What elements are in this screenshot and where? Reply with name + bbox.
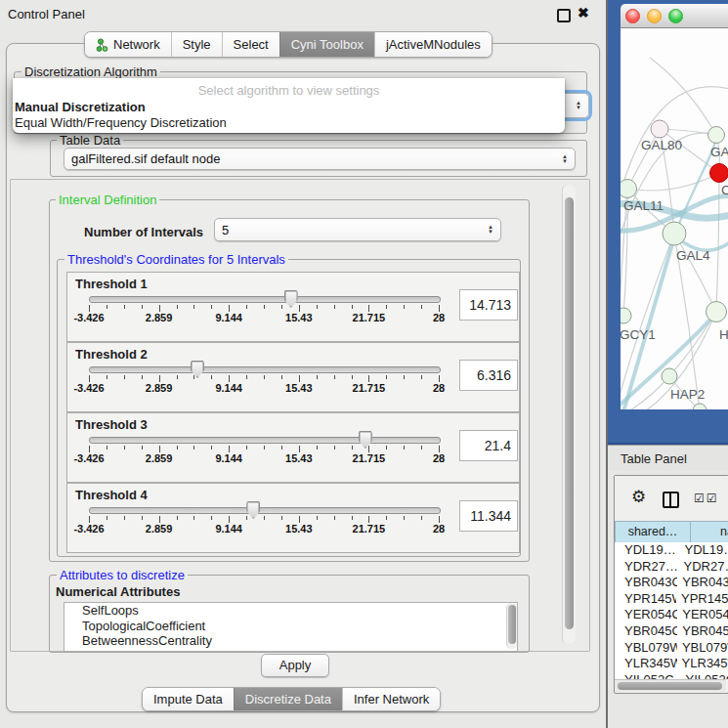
column-header-name[interactable]: name	[690, 521, 728, 543]
network-node[interactable]	[707, 302, 727, 322]
number-of-intervals-label: Number of Intervals	[84, 225, 203, 239]
network-node-label: H	[719, 327, 728, 342]
table-row[interactable]: YLR345WYLR345W	[615, 656, 728, 672]
float-window-icon[interactable]	[557, 9, 571, 22]
threshold-label: Threshold 3	[75, 417, 148, 432]
threshold-slider-track[interactable]	[89, 507, 441, 514]
slider-tick	[89, 375, 90, 382]
attribute-item[interactable]: TopologicalCoefficient	[64, 619, 517, 634]
cell-shared-name: YLR345W	[615, 656, 677, 672]
network-node[interactable]	[651, 120, 668, 138]
slider-tick	[404, 305, 405, 309]
threshold-value-field[interactable]: 11.344	[459, 500, 518, 532]
mode-tab-impute-data[interactable]: Impute Data	[143, 688, 234, 710]
threshold-slider-track[interactable]	[89, 366, 441, 373]
network-node[interactable]	[662, 368, 677, 384]
slider-tick	[229, 305, 230, 312]
column-header-shared[interactable]: shared…	[615, 521, 691, 543]
numerical-attributes-list[interactable]: SelfLoopsTopologicalCoefficientBetweenne…	[64, 602, 518, 652]
tab-select[interactable]: Select	[222, 32, 279, 57]
pane-scrollbar[interactable]	[562, 185, 576, 644]
table-row[interactable]: YBR045CYBR045C	[615, 623, 728, 640]
threshold-value-field[interactable]: 6.316	[459, 360, 518, 391]
mode-tab-discretize-data[interactable]: Discretize Data	[234, 688, 342, 710]
slider-tick	[317, 446, 318, 450]
popup-option-equal-width-frequency-discretization[interactable]: Equal Width/Frequency Discretization	[15, 115, 227, 130]
slider-tick	[281, 375, 282, 379]
threshold-slider-thumb[interactable]	[191, 361, 204, 378]
network-node[interactable]	[621, 180, 637, 198]
zoom-window-icon[interactable]	[668, 9, 683, 23]
slider-tick	[246, 305, 247, 309]
slider-tick	[317, 516, 318, 520]
slider-tick-label: 28	[433, 452, 445, 464]
tab-network[interactable]: Network	[85, 32, 171, 57]
network-node[interactable]	[708, 127, 725, 144]
threshold-slider-thumb[interactable]	[359, 431, 372, 449]
slider-tick	[246, 446, 247, 450]
pane-scrollbar-thumb[interactable]	[565, 197, 574, 629]
tab-label: Select	[234, 37, 269, 52]
close-panel-icon[interactable]: ✖	[578, 5, 589, 21]
top-tab-bar: NetworkStyleSelectCyni ToolboxjActiveMNo…	[84, 31, 492, 58]
slider-tick	[386, 375, 387, 379]
threshold-value-field[interactable]: 21.4	[459, 430, 518, 461]
threshold-panel-4: Threshold 4-3.4262.8599.14415.4321.71528…	[66, 483, 520, 553]
mode-tab-infer-network[interactable]: Infer Network	[342, 688, 440, 710]
table-row[interactable]: YDL19…YDL19…	[615, 542, 728, 559]
slider-tick	[246, 516, 247, 520]
attributes-scrollbar-thumb[interactable]	[508, 605, 516, 644]
tab-label: jActiveMNodules	[386, 37, 481, 52]
cell-shared-name: YER054C	[615, 607, 677, 623]
slider-tick	[404, 516, 405, 520]
threshold-slider-track[interactable]	[89, 296, 441, 303]
slider-tick	[317, 375, 318, 379]
threshold-slider-thumb[interactable]	[284, 290, 298, 308]
table-data-combo[interactable]: galFiltered.sif default node ▲▼	[64, 148, 576, 170]
threshold-slider-track[interactable]	[89, 437, 441, 444]
slider-tick-label: 21.715	[353, 523, 386, 535]
table-hscrollbar[interactable]	[615, 679, 726, 692]
table-hscrollbar-thumb[interactable]	[618, 682, 722, 690]
table-data-group-title: Table Data	[57, 134, 123, 147]
tab-cyni-toolbox[interactable]: Cyni Toolbox	[279, 32, 374, 57]
network-node[interactable]	[693, 404, 707, 409]
slider-tick	[386, 305, 387, 309]
number-of-intervals-combo[interactable]: 5 ▲▼	[214, 218, 501, 241]
slider-tick	[439, 446, 440, 452]
network-node-label: HAP2	[670, 387, 705, 402]
table-row[interactable]: YPR145WYPR145W	[615, 591, 728, 608]
minimize-window-icon[interactable]	[647, 9, 662, 23]
slider-tick	[281, 446, 282, 450]
tab-label: Cyni Toolbox	[291, 37, 364, 52]
slider-tick-label: 28	[433, 312, 445, 323]
close-window-icon[interactable]	[625, 9, 640, 23]
threshold-value-field[interactable]: 14.713	[459, 289, 518, 321]
slider-tick	[421, 375, 422, 379]
network-node[interactable]	[710, 164, 728, 183]
table-row[interactable]: YBR043CYBR043C	[615, 575, 728, 591]
split-columns-icon[interactable]	[663, 492, 679, 508]
table-row[interactable]: YBL079WYBL079W	[615, 640, 728, 657]
apply-button[interactable]: Apply	[261, 654, 329, 677]
cell-name: YIL052C	[681, 672, 728, 679]
table-row[interactable]: YER054CYER054C	[615, 607, 728, 623]
network-node[interactable]	[621, 308, 631, 323]
gear-icon[interactable]: ⚙	[631, 489, 646, 505]
attribute-item[interactable]: SelfLoops	[64, 603, 517, 619]
cell-shared-name: YDR27…	[615, 559, 679, 576]
attributes-scrollbar[interactable]	[506, 603, 517, 649]
threshold-label: Threshold 2	[75, 347, 148, 362]
attribute-item[interactable]: BetweennessCentrality	[64, 633, 517, 649]
network-canvas[interactable]: GAL80GACGAL11GAL4GCY1HHAP2	[621, 28, 728, 409]
checkbox-icons[interactable]: ☑☑	[694, 492, 719, 505]
network-node[interactable]	[663, 222, 686, 245]
tab-jactivemnodules[interactable]: jActiveMNodules	[374, 32, 492, 57]
threshold-slider-thumb[interactable]	[246, 501, 260, 519]
tab-style[interactable]: Style	[171, 32, 222, 57]
popup-option-manual-discretization[interactable]: Manual Discretization	[15, 100, 146, 114]
slider-tick-label: 15.43	[285, 452, 313, 464]
slider-tick	[89, 516, 90, 523]
table-row[interactable]: YDR27…YDR27…	[615, 559, 728, 576]
table-row[interactable]: YIL052CYIL052C	[615, 672, 728, 679]
